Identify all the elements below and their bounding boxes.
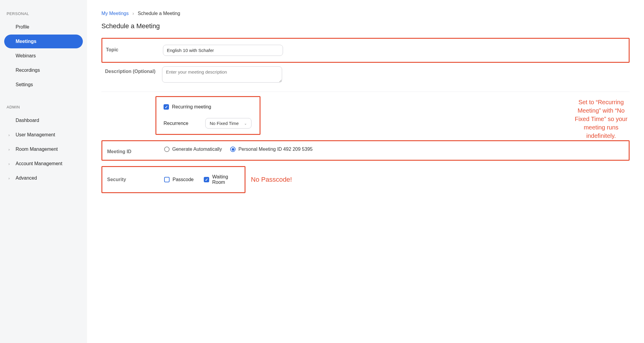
chevron-right-icon: ›	[8, 133, 10, 137]
topic-input[interactable]	[163, 45, 283, 56]
recurring-checkbox-label: Recurring meeting	[172, 104, 211, 110]
form-row-topic: Topic	[106, 41, 625, 59]
sidebar-item-user-management[interactable]: ›User Management	[4, 128, 83, 142]
chevron-right-icon: ›	[8, 147, 10, 152]
sidebar-item-dashboard[interactable]: Dashboard	[4, 114, 83, 127]
breadcrumb: My Meetings › Schedule a Meeting	[101, 11, 630, 16]
breadcrumb-separator: ›	[132, 11, 134, 16]
sidebar-item-settings[interactable]: Settings	[4, 78, 83, 92]
sidebar-item-label: Dashboard	[16, 118, 39, 123]
sidebar-item-label: Profile	[16, 24, 29, 30]
sidebar-item-label: Settings	[16, 82, 33, 87]
sidebar-item-webinars[interactable]: Webinars	[4, 49, 83, 63]
waiting-room-checkbox-label: Waiting Room	[212, 174, 240, 185]
sidebar-item-advanced[interactable]: ›Advanced	[4, 171, 83, 185]
annotation-text-passcode: No Passcode!	[251, 175, 292, 184]
radio-generate-auto[interactable]: Generate Automatically	[164, 147, 222, 152]
recurring-checkbox-row[interactable]: Recurring meeting	[164, 102, 256, 111]
sidebar-item-label: User Management	[16, 132, 55, 138]
waiting-room-checkbox[interactable]	[204, 177, 209, 182]
recurrence-select-value: No Fixed Time	[210, 121, 239, 126]
sidebar-section-personal: PERSONAL	[0, 8, 87, 20]
chevron-down-icon: ⌄	[244, 121, 247, 126]
sidebar-item-label: Webinars	[16, 53, 36, 59]
passcode-checkbox-row[interactable]: Passcode	[164, 175, 194, 184]
description-input[interactable]	[162, 66, 282, 83]
sidebar-item-account-management[interactable]: ›Account Management	[4, 157, 83, 171]
chevron-right-icon: ›	[8, 162, 10, 166]
recurrence-row: Recurrence No Fixed Time ⌄	[164, 118, 256, 129]
passcode-checkbox[interactable]	[164, 177, 170, 182]
waiting-room-checkbox-row[interactable]: Waiting Room	[204, 172, 240, 187]
annotation-highlight-security: Security Passcode Waiting Room	[101, 166, 245, 193]
breadcrumb-current: Schedule a Meeting	[138, 11, 180, 16]
sidebar-item-label: Account Management	[16, 161, 62, 166]
label-topic: Topic	[106, 45, 163, 53]
sidebar-item-label: Advanced	[16, 175, 37, 181]
sidebar-item-room-management[interactable]: ›Room Management	[4, 142, 83, 156]
radio-icon	[230, 147, 236, 152]
annotation-text-recurring: Set to “Recurring Meeting” with “No Fixe…	[570, 98, 633, 140]
divider	[101, 92, 630, 92]
annotation-highlight-meeting-id: Meeting ID Generate Automatically Person…	[101, 140, 630, 161]
sidebar-section-admin: ADMIN	[0, 102, 87, 113]
sidebar-item-meetings[interactable]: Meetings	[4, 35, 83, 48]
app-root: PERSONAL Profile Meetings Webinars Recor…	[0, 0, 644, 343]
form-row-security: Security Passcode Waiting Room	[106, 169, 241, 190]
label-description: Description (Optional)	[105, 66, 162, 74]
recurring-section: Recurring meeting Recurrence No Fixed Ti…	[101, 96, 630, 135]
main-content: My Meetings › Schedule a Meeting Schedul…	[87, 0, 644, 343]
label-recurrence: Recurrence	[164, 121, 188, 126]
page-title: Schedule a Meeting	[101, 22, 630, 30]
form-row-description: Description (Optional)	[101, 63, 630, 87]
security-section: Security Passcode Waiting Room No Passco…	[101, 166, 630, 193]
meeting-id-radio-group: Generate Automatically Personal Meeting …	[164, 147, 624, 152]
recurrence-select[interactable]: No Fixed Time ⌄	[205, 118, 252, 129]
recurring-checkbox[interactable]	[164, 104, 169, 110]
sidebar: PERSONAL Profile Meetings Webinars Recor…	[0, 0, 87, 343]
label-security: Security	[107, 177, 164, 182]
sidebar-item-recordings[interactable]: Recordings	[4, 63, 83, 77]
label-meeting-id: Meeting ID	[107, 147, 164, 154]
annotation-highlight-recurring: Recurring meeting Recurrence No Fixed Ti…	[155, 96, 260, 135]
radio-label: Personal Meeting ID 492 209 5395	[238, 147, 312, 152]
sidebar-item-label: Room Management	[16, 147, 58, 152]
radio-personal-meeting-id[interactable]: Personal Meeting ID 492 209 5395	[230, 147, 312, 152]
breadcrumb-parent[interactable]: My Meetings	[101, 11, 129, 16]
sidebar-item-label: Recordings	[16, 68, 40, 73]
annotation-highlight-topic: Topic	[101, 38, 630, 63]
sidebar-item-label: Meetings	[16, 39, 36, 44]
radio-icon	[164, 147, 170, 152]
chevron-right-icon: ›	[8, 176, 10, 181]
sidebar-item-profile[interactable]: Profile	[4, 20, 83, 34]
passcode-checkbox-label: Passcode	[173, 177, 194, 182]
radio-label: Generate Automatically	[172, 147, 222, 152]
form-row-meeting-id: Meeting ID Generate Automatically Person…	[106, 144, 625, 157]
